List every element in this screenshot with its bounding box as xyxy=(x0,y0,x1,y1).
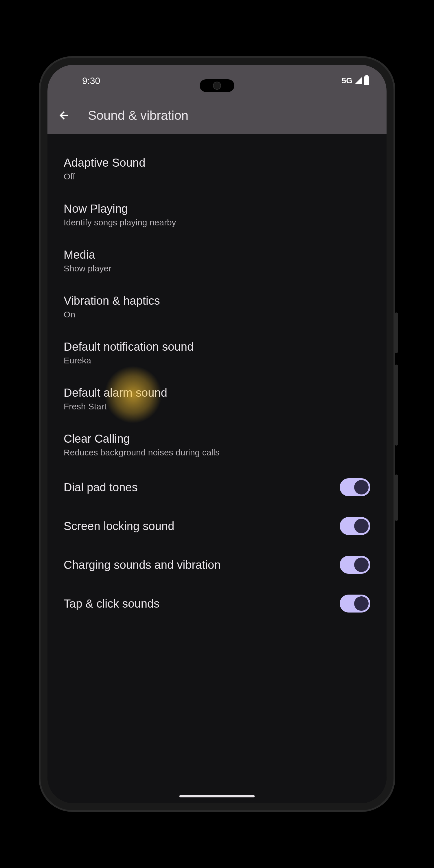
signal-icon xyxy=(355,77,362,84)
setting-adaptive-sound[interactable]: Adaptive Sound Off xyxy=(48,146,386,192)
setting-title: Now Playing xyxy=(64,202,176,215)
setting-subtitle: Identify songs playing nearby xyxy=(64,218,176,227)
toggle-charging-sounds[interactable] xyxy=(340,556,370,574)
settings-list[interactable]: Adaptive Sound Off Now Playing Identify … xyxy=(48,134,386,803)
setting-tap-click[interactable]: Tap & click sounds xyxy=(48,584,386,623)
back-button[interactable] xyxy=(58,109,71,122)
setting-title: Tap & click sounds xyxy=(64,597,159,610)
setting-subtitle: Eureka xyxy=(64,355,193,365)
side-button xyxy=(395,312,398,353)
setting-subtitle: Reduces background noises during calls xyxy=(64,447,220,458)
setting-title: Screen locking sound xyxy=(64,520,174,533)
setting-title: Media xyxy=(64,248,112,261)
setting-screen-locking[interactable]: Screen locking sound xyxy=(48,507,386,546)
side-button xyxy=(395,474,398,521)
network-label: 5G xyxy=(342,76,352,85)
toggle-thumb xyxy=(354,596,369,611)
gesture-bar[interactable] xyxy=(179,795,255,797)
setting-now-playing[interactable]: Now Playing Identify songs playing nearb… xyxy=(48,192,386,238)
screen: 9:30 5G Sound & vibration Adaptive Sound… xyxy=(48,65,386,803)
arrow-left-icon xyxy=(58,109,71,122)
setting-subtitle: Fresh Start xyxy=(64,402,167,411)
setting-title: Clear Calling xyxy=(64,432,220,445)
setting-default-alarm[interactable]: Default alarm sound Fresh Start xyxy=(48,376,386,422)
setting-title: Dial pad tones xyxy=(64,481,138,494)
status-icons: 5G xyxy=(342,76,369,85)
setting-title: Charging sounds and vibration xyxy=(64,558,221,571)
toggle-dial-pad-tones[interactable] xyxy=(340,478,370,496)
toggle-screen-locking[interactable] xyxy=(340,517,370,535)
setting-title: Default notification sound xyxy=(64,340,193,353)
toggle-thumb xyxy=(354,519,369,533)
setting-title: Vibration & haptics xyxy=(64,294,160,307)
side-button xyxy=(395,365,398,445)
camera-notch xyxy=(199,79,235,92)
setting-default-notification[interactable]: Default notification sound Eureka xyxy=(48,330,386,376)
camera-lens xyxy=(213,82,221,90)
battery-icon xyxy=(364,76,369,85)
setting-subtitle: Show player xyxy=(64,264,112,273)
setting-vibration-haptics[interactable]: Vibration & haptics On xyxy=(48,284,386,330)
setting-title: Default alarm sound xyxy=(64,386,167,399)
page-title: Sound & vibration xyxy=(88,108,188,123)
phone-frame: 9:30 5G Sound & vibration Adaptive Sound… xyxy=(40,58,394,810)
setting-media[interactable]: Media Show player xyxy=(48,238,386,284)
status-time: 9:30 xyxy=(82,75,100,86)
setting-subtitle: On xyxy=(64,310,160,319)
setting-title: Adaptive Sound xyxy=(64,156,145,169)
toggle-thumb xyxy=(354,480,369,494)
setting-dial-pad-tones[interactable]: Dial pad tones xyxy=(48,468,386,507)
setting-charging-sounds[interactable]: Charging sounds and vibration xyxy=(48,546,386,584)
setting-clear-calling[interactable]: Clear Calling Reduces background noises … xyxy=(48,422,386,468)
setting-subtitle: Off xyxy=(64,172,145,181)
toggle-tap-click[interactable] xyxy=(340,595,370,613)
app-bar: Sound & vibration xyxy=(48,97,386,134)
toggle-thumb xyxy=(354,558,369,572)
